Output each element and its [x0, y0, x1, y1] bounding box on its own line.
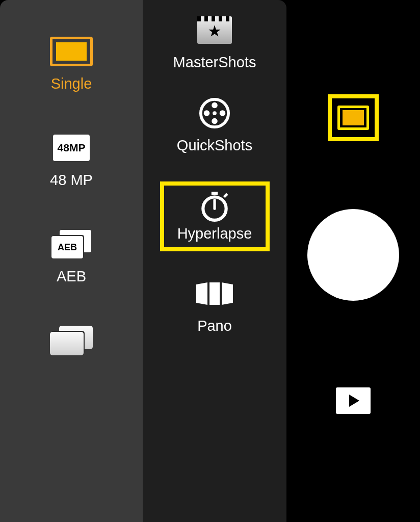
photo-icon [337, 106, 369, 130]
mode-label: Single [51, 75, 92, 92]
mode-mastershots[interactable]: MasterShots [143, 15, 286, 71]
single-icon [50, 37, 93, 66]
svg-point-4 [220, 110, 226, 116]
mode-label: Pano [197, 318, 232, 334]
photo-mode-column: Single 48MP 48 MP AEB AEB [0, 0, 143, 522]
stack-icon [50, 326, 93, 355]
shutter-button[interactable] [307, 209, 399, 301]
stopwatch-icon [198, 191, 231, 220]
film-reel-icon [199, 98, 230, 128]
playback-button[interactable] [336, 387, 371, 414]
svg-line-8 [224, 194, 227, 197]
mode-label: QuickShots [177, 137, 252, 154]
svg-point-5 [213, 111, 217, 115]
mode-single[interactable]: Single [0, 37, 143, 92]
48mp-icon: 48MP [53, 133, 90, 163]
mode-label: 48 MP [50, 172, 93, 189]
pano-icon [195, 279, 234, 308]
photo-mode-toggle[interactable] [328, 94, 379, 141]
mastershots-icon [197, 15, 232, 45]
mode-pano[interactable]: Pano [143, 279, 286, 334]
mode-quickshots[interactable]: QuickShots [143, 98, 286, 154]
mode-48mp[interactable]: 48MP 48 MP [0, 133, 143, 189]
svg-rect-7 [212, 192, 218, 195]
mode-burst[interactable] [0, 326, 143, 355]
mode-label: AEB [57, 268, 86, 285]
mode-hyperlapse[interactable]: Hyperlapse [160, 181, 270, 251]
svg-point-2 [212, 118, 218, 124]
mode-label: Hyperlapse [177, 225, 252, 242]
camera-controls-column [286, 0, 420, 522]
svg-point-1 [212, 102, 218, 109]
svg-point-3 [204, 110, 210, 116]
aeb-icon: AEB [51, 229, 91, 259]
mode-aeb[interactable]: AEB AEB [0, 229, 143, 285]
mode-label: MasterShots [173, 54, 256, 71]
shot-mode-column: MasterShots QuickShots Hyperlapse [143, 0, 286, 522]
